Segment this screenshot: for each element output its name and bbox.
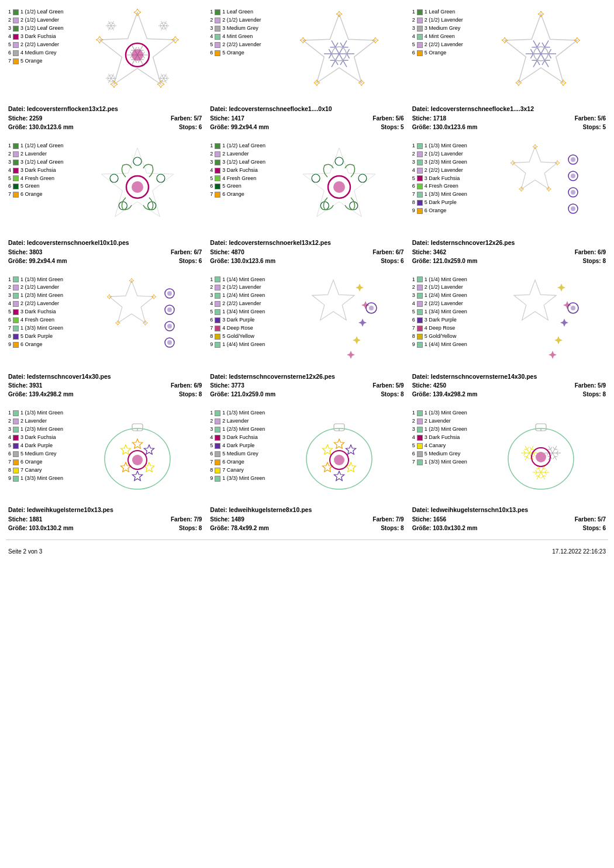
color-num: 3 — [210, 158, 213, 167]
card-stops: Stops: 6 — [583, 524, 606, 532]
color-item: 11 (1/2) Leaf Green — [8, 8, 73, 16]
card-filename: Datei: ledcoversternschneeflocke1....3x1… — [412, 105, 606, 114]
color-item: 22 Lavender — [210, 417, 274, 426]
color-label: 1 (1/3) Mint Green — [425, 142, 467, 150]
footer-left: Seite 2 von 3 — [8, 548, 42, 555]
card-stiche: Stiche: 3773 — [210, 381, 244, 390]
color-swatch — [13, 476, 19, 482]
color-num: 1 — [210, 409, 213, 417]
color-label: 2 (1/2) Lavender — [20, 16, 59, 25]
card-row2: Größe: 103.0x130.2 mm Stops: 8 — [8, 524, 202, 532]
card-filename: Datei: ledcoversternschnoerkel13x12.pes — [210, 238, 403, 248]
svg-point-7 — [119, 202, 127, 210]
color-item: 33 Medium Grey — [210, 25, 274, 33]
card-stiche: Stiche: 1881 — [8, 515, 42, 524]
color-item: 11 (1/2) Leaf Green — [210, 142, 274, 150]
card-stiche: Stiche: 2259 — [8, 114, 42, 123]
color-label: 2 Lavender — [20, 417, 47, 426]
svg-point-35 — [369, 306, 374, 310]
card-row2: Größe: 139.4x298.2 mm Stops: 8 — [412, 390, 606, 399]
color-item: 74 Deep Rose — [412, 324, 477, 333]
card-stops: Stops: 6 — [179, 123, 202, 132]
color-swatch — [215, 160, 220, 165]
color-swatch — [13, 451, 19, 457]
color-swatch — [417, 309, 423, 315]
color-num: 3 — [8, 292, 11, 300]
color-swatch — [13, 192, 19, 198]
color-item: 31 (2/3) Mint Green — [8, 426, 73, 434]
color-item: 11 (1/2) Leaf Green — [8, 142, 73, 150]
card-10: 11 (1/3) Mint Green22 Lavender31 (2/3) M… — [6, 407, 204, 535]
card-stiche: Stiche: 1489 — [210, 515, 244, 524]
color-num: 2 — [412, 150, 415, 158]
color-item: 51 (3/4) Mint Green — [412, 308, 477, 316]
color-item: 85 Gold/Yellow — [210, 333, 274, 341]
color-label: 5 Gold/Yellow — [425, 333, 457, 341]
card-row2: Größe: 99.2x94.4 mm Stops: 6 — [8, 257, 202, 265]
design-image-9 — [477, 276, 606, 364]
color-label: 5 Dark Purple — [425, 199, 457, 207]
color-label: 7 Canary — [222, 466, 244, 475]
color-swatch — [417, 451, 423, 457]
design-image-1 — [73, 8, 202, 96]
color-num: 1 — [412, 142, 415, 150]
card-filename: Datei: ledsternschncovernsterne14x30.pes — [412, 372, 606, 382]
color-swatch — [417, 301, 423, 307]
color-item: 54 Canary — [412, 442, 477, 450]
color-swatch — [13, 301, 19, 307]
color-swatch — [13, 26, 19, 32]
color-swatch — [13, 151, 19, 157]
color-item: 65 Green — [8, 182, 73, 191]
color-label: 1 (4/4) Mint Green — [425, 341, 467, 349]
color-num: 5 — [412, 41, 415, 49]
color-item: 91 (4/4) Mint Green — [210, 341, 274, 349]
card-row2: Größe: 130.0x123.6 mm Stops: 5 — [412, 123, 606, 132]
card-info-7: Datei: ledsternschncover14x30.pes Stiche… — [8, 372, 202, 399]
color-label: 2 (1/2) Lavender — [425, 283, 463, 292]
color-label: 4 Medium Grey — [20, 49, 57, 57]
card-stiche: Stiche: 3803 — [8, 248, 42, 257]
color-list-9: 11 (1/4) Mint Green22 (1/2) Lavender31 (… — [412, 276, 477, 349]
card-info-4: Datei: ledcoversternschnoerkel10x10.pes … — [8, 238, 202, 265]
card-farben: Farben: 7/9 — [171, 515, 202, 524]
color-item: 33 Medium Grey — [412, 25, 477, 33]
color-label: 2 (2/2) Lavender — [222, 41, 261, 49]
color-swatch — [13, 285, 19, 291]
color-item: 65 Medium Grey — [8, 450, 73, 458]
color-label: 3 (2/3) Mint Green — [425, 158, 467, 167]
card-farben: Farben: 5/9 — [575, 381, 606, 390]
color-swatch — [417, 342, 423, 348]
card-stops: Stops: 6 — [381, 257, 403, 265]
color-item: 54 Fresh Green — [8, 175, 73, 183]
card-9: 11 (1/4) Mint Green22 (1/2) Lavender31 (… — [410, 274, 608, 402]
card-row1: Stiche: 4870 Farben: 6/7 — [210, 248, 403, 257]
color-swatch — [215, 427, 220, 433]
svg-point-21 — [571, 174, 575, 178]
design-image-3 — [477, 8, 606, 96]
color-label: 1 Leaf Green — [222, 8, 253, 16]
svg-point-11 — [335, 157, 343, 165]
color-num: 2 — [8, 16, 11, 25]
design-image-5 — [274, 142, 403, 230]
color-swatch — [417, 326, 423, 331]
color-num: 7 — [8, 458, 11, 466]
card-info-10: Datei: ledweihkugelsterne10x13.pes Stich… — [8, 506, 202, 532]
color-item: 22 (1/2) Lavender — [8, 283, 73, 292]
color-swatch — [215, 451, 220, 457]
card-farben: Farben: 6/9 — [575, 248, 606, 257]
card-info-9: Datei: ledsternschncovernsterne14x30.pes… — [412, 372, 606, 399]
color-swatch — [13, 293, 19, 299]
color-item: 65 Orange — [412, 49, 477, 57]
color-swatch — [417, 427, 423, 433]
color-swatch — [215, 50, 220, 56]
card-groesse: Größe: 103.0x130.2 mm — [412, 524, 478, 532]
color-item: 22 Lavender — [8, 150, 73, 158]
color-label: 5 Green — [222, 182, 242, 191]
color-num: 3 — [412, 158, 415, 167]
color-num: 1 — [210, 8, 213, 16]
color-item: 43 Dark Fuchsia — [8, 167, 73, 175]
color-label: 1 (1/3) Mint Green — [222, 409, 265, 417]
color-num: 7 — [412, 458, 415, 466]
color-num: 3 — [8, 25, 11, 33]
color-swatch — [417, 9, 423, 15]
